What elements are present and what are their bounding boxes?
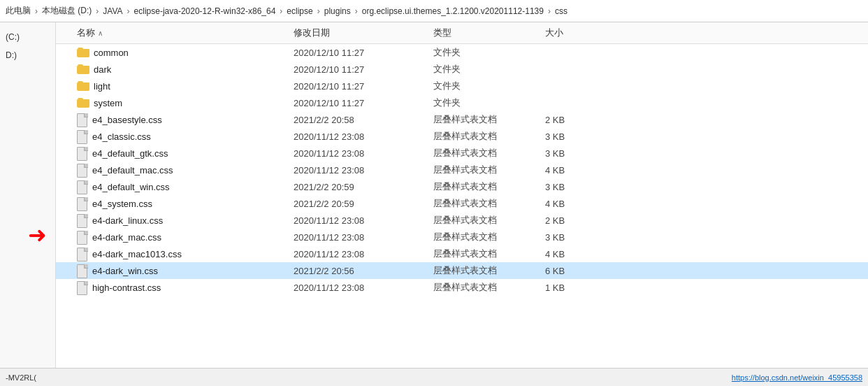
table-row[interactable]: e4_default_win.css2021/2/2 20:59层叠样式表文档3… (56, 178, 868, 195)
file-date-cell: 2020/12/10 11:27 (294, 64, 433, 75)
header-name: 名称 ∧ (56, 27, 294, 39)
file-name-cell: dark (56, 64, 294, 75)
file-name-label: dark (94, 64, 111, 75)
file-type-cell: 层叠样式表文档 (433, 180, 545, 193)
file-name-cell: e4_default_gtk.css (56, 147, 294, 159)
file-date-cell: 2020/12/10 11:27 (294, 48, 433, 58)
table-header: 名称 ∧ 修改日期 类型 大小 (56, 22, 868, 44)
sort-arrow-icon: ∧ (98, 29, 103, 37)
file-area: 名称 ∧ 修改日期 类型 大小 common2020/12/10 11:27文件… (56, 22, 868, 368)
file-size-cell: 4 KB (545, 199, 615, 209)
address-crumb-0[interactable]: 此电脑 (6, 5, 31, 17)
address-crumb-7[interactable]: css (555, 6, 567, 16)
table-row[interactable]: e4_default_gtk.css2020/11/12 23:08层叠样式表文… (56, 145, 868, 162)
address-crumb-2[interactable]: JAVA (103, 6, 122, 16)
file-date-cell: 2020/11/12 23:08 (294, 232, 433, 243)
table-row[interactable]: e4-dark_mac.css2020/11/12 23:08层叠样式表文档3 … (56, 229, 868, 245)
css-file-icon (77, 264, 88, 277)
css-file-icon (77, 197, 88, 210)
table-row[interactable]: e4-dark_linux.css2020/11/12 23:08层叠样式表文档… (56, 212, 868, 229)
file-type-cell: 文件夹 (433, 96, 545, 109)
file-size-cell: 3 KB (545, 232, 615, 243)
table-row[interactable]: common2020/12/10 11:27文件夹 (56, 44, 868, 61)
file-name-cell: system (56, 98, 294, 108)
file-name-label: e4_basestyle.css (92, 115, 162, 125)
file-name-cell: e4-dark_mac.css (56, 231, 294, 243)
address-bar: 此电脑 › 本地磁盘 (D:) › JAVA › eclipse-java-20… (0, 0, 868, 22)
red-arrow-icon: ➜ (28, 224, 47, 246)
table-row[interactable]: light2020/12/10 11:27文件夹 (56, 78, 868, 94)
file-name-label: high-contrast.css (92, 283, 161, 293)
file-name-cell: e4-dark_win.css (56, 264, 294, 277)
table-row[interactable]: e4_default_mac.css2020/11/12 23:08层叠样式表文… (56, 162, 868, 178)
file-type-cell: 文件夹 (433, 80, 545, 92)
table-row[interactable]: e4-dark_win.css2021/2/2 20:56层叠样式表文档6 KB (56, 262, 868, 279)
file-name-label: e4_default_gtk.css (92, 148, 168, 159)
file-date-cell: 2020/11/12 23:08 (294, 148, 433, 159)
file-date-cell: 2020/11/12 23:08 (294, 131, 433, 142)
address-crumb-3[interactable]: eclipse-java-2020-12-R-win32-x86_64 (134, 6, 276, 16)
file-date-cell: 2021/2/2 20:58 (294, 115, 433, 125)
red-arrow-container: ➜ (28, 224, 47, 246)
table-row[interactable]: e4_system.css2021/2/2 20:59层叠样式表文档4 KB (56, 195, 868, 212)
file-type-cell: 层叠样式表文档 (433, 231, 545, 243)
sidebar-item-c[interactable]: (C:) (0, 29, 55, 45)
file-size-cell: 3 KB (545, 131, 615, 142)
file-type-cell: 层叠样式表文档 (433, 147, 545, 159)
file-name-label: e4-dark_linux.css (92, 215, 163, 226)
file-name-cell: e4_classic.css (56, 130, 294, 143)
file-size-cell: 3 KB (545, 182, 615, 192)
file-name-label: e4_system.css (92, 199, 152, 209)
bottom-link[interactable]: https://blog.csdn.net/weixin_45955358 (732, 373, 862, 382)
file-type-cell: 层叠样式表文档 (433, 197, 545, 210)
file-name-cell: e4-dark_mac1013.css (56, 248, 294, 260)
header-date: 修改日期 (294, 27, 433, 39)
address-crumb-5[interactable]: plugins (324, 6, 351, 16)
file-name-cell: high-contrast.css (56, 281, 294, 294)
address-crumb-4[interactable]: eclipse (287, 6, 312, 16)
table-row[interactable]: dark2020/12/10 11:27文件夹 (56, 61, 868, 78)
table-row[interactable]: high-contrast.css2020/11/12 23:08层叠样式表文档… (56, 279, 868, 296)
address-crumb-1[interactable]: 本地磁盘 (D:) (42, 5, 92, 17)
file-date-cell: 2021/2/2 20:59 (294, 182, 433, 192)
file-date-cell: 2020/12/10 11:27 (294, 98, 433, 108)
file-date-cell: 2020/11/12 23:08 (294, 215, 433, 226)
file-name-cell: e4_basestyle.css (56, 113, 294, 126)
file-name-label: light (94, 81, 110, 92)
file-name-cell: e4-dark_linux.css (56, 214, 294, 227)
file-type-cell: 层叠样式表文档 (433, 264, 545, 277)
css-file-icon (77, 231, 88, 243)
file-type-cell: 文件夹 (433, 46, 545, 59)
file-size-cell: 2 KB (545, 115, 615, 125)
css-file-icon (77, 113, 88, 126)
table-row[interactable]: e4_classic.css2020/11/12 23:08层叠样式表文档3 K… (56, 128, 868, 145)
file-name-label: e4-dark_mac.css (92, 232, 161, 243)
header-size: 大小 (545, 27, 615, 39)
folder-icon (77, 81, 89, 91)
file-name-cell: e4_default_win.css (56, 180, 294, 193)
bottom-bar: -MV2RL( https://blog.csdn.net/weixin_459… (0, 368, 868, 386)
folder-icon (77, 98, 89, 108)
table-row[interactable]: e4-dark_mac1013.css2020/11/12 23:08层叠样式表… (56, 245, 868, 262)
file-date-cell: 2020/11/12 23:08 (294, 283, 433, 293)
table-row[interactable]: e4_basestyle.css2021/2/2 20:58层叠样式表文档2 K… (56, 111, 868, 128)
file-date-cell: 2020/12/10 11:27 (294, 81, 433, 92)
file-size-cell: 4 KB (545, 249, 615, 259)
file-name-label: common (94, 48, 129, 58)
css-file-icon (77, 180, 88, 193)
file-type-cell: 层叠样式表文档 (433, 214, 545, 227)
file-type-cell: 文件夹 (433, 63, 545, 76)
file-name-label: e4-dark_mac1013.css (92, 249, 182, 259)
file-size-cell: 3 KB (545, 148, 615, 159)
file-name-label: system (94, 98, 122, 108)
sidebar-item-d[interactable]: D:) (0, 48, 55, 63)
table-row[interactable]: system2020/12/10 11:27文件夹 (56, 94, 868, 111)
folder-icon (77, 64, 89, 74)
folder-icon (77, 48, 89, 57)
file-size-cell: 1 KB (545, 283, 615, 293)
address-crumb-6[interactable]: org.eclipse.ui.themes_1.2.1200.v20201112… (362, 6, 544, 16)
file-name-cell: e4_system.css (56, 197, 294, 210)
sidebar: (C:) D:) (0, 22, 56, 368)
file-type-cell: 层叠样式表文档 (433, 130, 545, 143)
file-type-cell: 层叠样式表文档 (433, 248, 545, 260)
